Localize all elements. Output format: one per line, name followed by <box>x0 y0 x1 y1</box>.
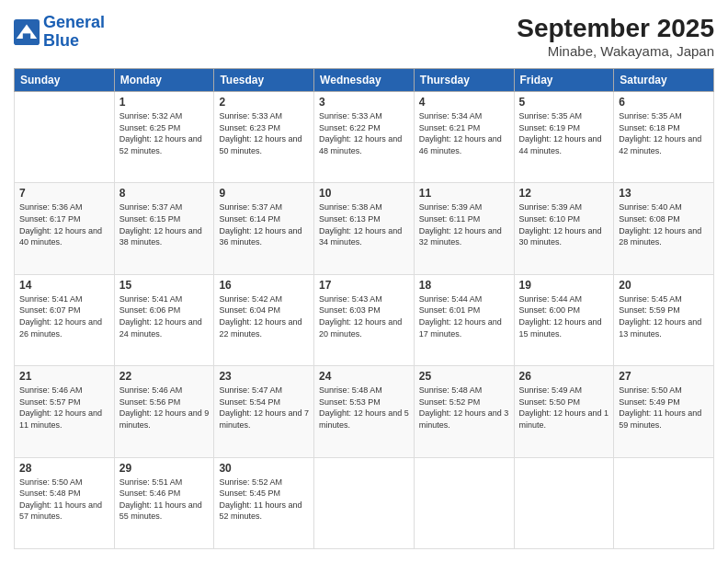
day-number: 30 <box>219 462 309 475</box>
cell-info: Sunrise: 5:37 AM Sunset: 6:14 PM Dayligh… <box>219 201 309 247</box>
cell-info: Sunrise: 5:51 AM Sunset: 5:46 PM Dayligh… <box>119 477 210 523</box>
table-row: 14 Sunrise: 5:41 AM Sunset: 6:07 PM Dayl… <box>15 274 115 365</box>
day-number: 7 <box>19 187 109 200</box>
cell-info: Sunrise: 5:46 AM Sunset: 5:56 PM Dayligh… <box>119 385 210 431</box>
cell-info: Sunrise: 5:37 AM Sunset: 6:15 PM Dayligh… <box>119 201 210 247</box>
cell-info: Sunrise: 5:47 AM Sunset: 5:54 PM Dayligh… <box>219 385 309 431</box>
cell-info: Sunrise: 5:52 AM Sunset: 5:45 PM Dayligh… <box>219 477 309 523</box>
table-row: 21 Sunrise: 5:46 AM Sunset: 5:57 PM Dayl… <box>15 366 115 457</box>
day-number: 5 <box>519 96 609 109</box>
logo: General Blue <box>14 14 105 51</box>
day-number: 6 <box>619 96 709 109</box>
day-number: 27 <box>619 370 709 383</box>
col-thursday: Thursday <box>414 69 514 92</box>
cell-info: Sunrise: 5:43 AM Sunset: 6:03 PM Dayligh… <box>319 293 409 339</box>
day-number: 29 <box>119 462 210 475</box>
table-row: 8 Sunrise: 5:37 AM Sunset: 6:15 PM Dayli… <box>114 183 214 274</box>
cell-info: Sunrise: 5:46 AM Sunset: 5:57 PM Dayligh… <box>19 385 109 431</box>
day-number: 26 <box>519 370 609 383</box>
cell-info: Sunrise: 5:39 AM Sunset: 6:11 PM Dayligh… <box>419 201 509 247</box>
page-title: September 2025 <box>517 14 714 43</box>
day-number: 24 <box>319 370 409 383</box>
day-number: 11 <box>419 187 509 200</box>
day-number: 1 <box>119 96 210 109</box>
cell-info: Sunrise: 5:39 AM Sunset: 6:10 PM Dayligh… <box>519 201 609 247</box>
cell-info: Sunrise: 5:48 AM Sunset: 5:52 PM Dayligh… <box>419 385 509 431</box>
logo-blue: Blue <box>43 31 79 50</box>
logo-text: General Blue <box>43 14 105 51</box>
cell-info: Sunrise: 5:48 AM Sunset: 5:53 PM Dayligh… <box>319 385 409 431</box>
cell-info: Sunrise: 5:42 AM Sunset: 6:04 PM Dayligh… <box>219 293 309 339</box>
table-row: 5 Sunrise: 5:35 AM Sunset: 6:19 PM Dayli… <box>514 92 614 183</box>
calendar-table: Sunday Monday Tuesday Wednesday Thursday… <box>14 68 714 549</box>
table-row: 29 Sunrise: 5:51 AM Sunset: 5:46 PM Dayl… <box>114 457 214 548</box>
table-row: 4 Sunrise: 5:34 AM Sunset: 6:21 PM Dayli… <box>414 92 514 183</box>
day-number: 17 <box>319 279 409 292</box>
cell-info: Sunrise: 5:33 AM Sunset: 6:22 PM Dayligh… <box>319 110 409 156</box>
day-number: 16 <box>219 279 309 292</box>
cell-info: Sunrise: 5:49 AM Sunset: 5:50 PM Dayligh… <box>519 385 609 431</box>
day-number: 19 <box>519 279 609 292</box>
cell-info: Sunrise: 5:50 AM Sunset: 5:48 PM Dayligh… <box>19 477 109 523</box>
table-row: 18 Sunrise: 5:44 AM Sunset: 6:01 PM Dayl… <box>414 274 514 365</box>
table-row: 10 Sunrise: 5:38 AM Sunset: 6:13 PM Dayl… <box>314 183 415 274</box>
table-row <box>614 457 714 548</box>
table-row <box>314 457 415 548</box>
col-saturday: Saturday <box>614 69 714 92</box>
svg-rect-2 <box>23 33 30 39</box>
table-row: 20 Sunrise: 5:45 AM Sunset: 5:59 PM Dayl… <box>614 274 714 365</box>
cell-info: Sunrise: 5:41 AM Sunset: 6:06 PM Dayligh… <box>119 293 210 339</box>
day-number: 8 <box>119 187 210 200</box>
col-monday: Monday <box>114 69 214 92</box>
cell-info: Sunrise: 5:41 AM Sunset: 6:07 PM Dayligh… <box>19 293 109 339</box>
table-row <box>514 457 614 548</box>
cell-info: Sunrise: 5:44 AM Sunset: 6:01 PM Dayligh… <box>419 293 509 339</box>
cell-info: Sunrise: 5:50 AM Sunset: 5:49 PM Dayligh… <box>619 385 709 431</box>
cell-info: Sunrise: 5:38 AM Sunset: 6:13 PM Dayligh… <box>319 201 409 247</box>
table-row: 27 Sunrise: 5:50 AM Sunset: 5:49 PM Dayl… <box>614 366 714 457</box>
table-row: 28 Sunrise: 5:50 AM Sunset: 5:48 PM Dayl… <box>15 457 115 548</box>
day-number: 13 <box>619 187 709 200</box>
cell-info: Sunrise: 5:32 AM Sunset: 6:25 PM Dayligh… <box>119 110 210 156</box>
page: General Blue September 2025 Minabe, Waka… <box>0 0 728 563</box>
table-row: 11 Sunrise: 5:39 AM Sunset: 6:11 PM Dayl… <box>414 183 514 274</box>
day-number: 9 <box>219 187 309 200</box>
day-number: 14 <box>19 279 109 292</box>
table-row <box>414 457 514 548</box>
table-row: 30 Sunrise: 5:52 AM Sunset: 5:45 PM Dayl… <box>214 457 314 548</box>
cell-info: Sunrise: 5:33 AM Sunset: 6:23 PM Dayligh… <box>219 110 309 156</box>
table-row: 17 Sunrise: 5:43 AM Sunset: 6:03 PM Dayl… <box>314 274 415 365</box>
day-number: 3 <box>319 96 409 109</box>
day-number: 25 <box>419 370 509 383</box>
table-row: 25 Sunrise: 5:48 AM Sunset: 5:52 PM Dayl… <box>414 366 514 457</box>
table-row: 16 Sunrise: 5:42 AM Sunset: 6:04 PM Dayl… <box>214 274 314 365</box>
day-number: 22 <box>119 370 210 383</box>
day-number: 4 <box>419 96 509 109</box>
table-row: 3 Sunrise: 5:33 AM Sunset: 6:22 PM Dayli… <box>314 92 415 183</box>
table-row <box>15 92 115 183</box>
col-sunday: Sunday <box>15 69 115 92</box>
calendar-week-row: 14 Sunrise: 5:41 AM Sunset: 6:07 PM Dayl… <box>15 274 714 365</box>
day-number: 10 <box>319 187 409 200</box>
cell-info: Sunrise: 5:34 AM Sunset: 6:21 PM Dayligh… <box>419 110 509 156</box>
day-number: 23 <box>219 370 309 383</box>
table-row: 2 Sunrise: 5:33 AM Sunset: 6:23 PM Dayli… <box>214 92 314 183</box>
cell-info: Sunrise: 5:40 AM Sunset: 6:08 PM Dayligh… <box>619 201 709 247</box>
table-row: 22 Sunrise: 5:46 AM Sunset: 5:56 PM Dayl… <box>114 366 214 457</box>
table-row: 13 Sunrise: 5:40 AM Sunset: 6:08 PM Dayl… <box>614 183 714 274</box>
day-number: 15 <box>119 279 210 292</box>
page-subtitle: Minabe, Wakayama, Japan <box>517 43 714 59</box>
day-number: 12 <box>519 187 609 200</box>
table-row: 7 Sunrise: 5:36 AM Sunset: 6:17 PM Dayli… <box>15 183 115 274</box>
table-row: 26 Sunrise: 5:49 AM Sunset: 5:50 PM Dayl… <box>514 366 614 457</box>
table-row: 23 Sunrise: 5:47 AM Sunset: 5:54 PM Dayl… <box>214 366 314 457</box>
logo-icon <box>14 19 40 45</box>
day-number: 28 <box>19 462 109 475</box>
header: General Blue September 2025 Minabe, Waka… <box>14 14 714 59</box>
cell-info: Sunrise: 5:44 AM Sunset: 6:00 PM Dayligh… <box>519 293 609 339</box>
cell-info: Sunrise: 5:45 AM Sunset: 5:59 PM Dayligh… <box>619 293 709 339</box>
table-row: 19 Sunrise: 5:44 AM Sunset: 6:00 PM Dayl… <box>514 274 614 365</box>
calendar-week-row: 1 Sunrise: 5:32 AM Sunset: 6:25 PM Dayli… <box>15 92 714 183</box>
table-row: 15 Sunrise: 5:41 AM Sunset: 6:06 PM Dayl… <box>114 274 214 365</box>
title-block: September 2025 Minabe, Wakayama, Japan <box>517 14 714 59</box>
